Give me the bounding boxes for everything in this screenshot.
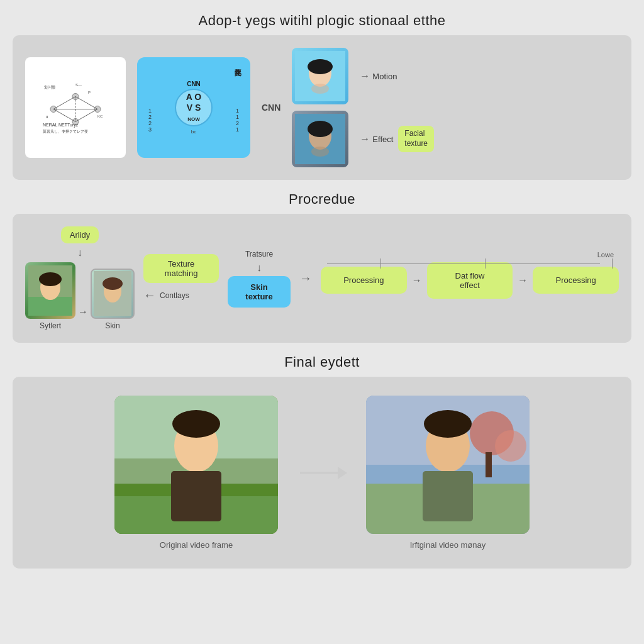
section1-title: Adop-t yegs witihl plogic stionaal etthe [199,13,446,28]
svg-text:划+颤: 划+颤 [44,85,55,89]
arrow-row-1: → Motion [360,48,434,104]
face-small-left [25,262,75,319]
svg-text:g: g [46,114,48,118]
face-placeholder-1 [292,48,348,104]
flow-arrow-1: → [412,275,422,286]
svg-line-7 [53,97,75,109]
sytlert-label: Sytlert [40,321,61,330]
svg-point-24 [311,147,329,157]
section2-panel: Arlidy ↓ Sytlert [13,214,631,343]
original-video-label: Original video frame [160,540,233,550]
big-right-arrow [297,460,347,486]
arrow-line-1: → Motion [360,70,397,82]
section3-title-wrapper: Final eydett [13,354,631,370]
svg-point-37 [172,410,220,438]
section2-title-wrapper: Procredue [13,191,631,208]
section3-panel: Original video frame [13,377,631,569]
down-arrow-1: ↓ [77,247,82,258]
processing-box-2: Processing [533,267,619,294]
neural-net-box: 划+颤 S— P g KC [25,57,126,158]
contlays-label: Contlays [160,291,189,300]
face-skin-img [91,269,135,319]
texture-matching-badge: Texture matching [143,254,219,283]
svg-point-31 [103,277,123,290]
svg-point-28 [39,272,62,286]
face-svg-1 [295,51,345,101]
face-box-2 [292,111,348,167]
cnn-top-label: CNN [187,80,201,87]
processing-flow: Lowe Processing → Dat flow effect → Proc… [321,258,619,299]
svg-point-23 [308,121,333,137]
big-arrow-svg [297,460,347,486]
svg-line-9 [53,109,75,122]
branch-1 [380,258,381,269]
face-svg-2 [295,114,345,164]
svg-text:KC: KC [97,114,103,118]
cnn-arrow-label: CNN [262,103,280,113]
face-small-svg [28,265,72,316]
left-flow-group: Arlidy ↓ Sytlert [25,226,135,330]
cnn-diagram-box: CNN 1223 A OV SNOW 1121 bc 文化趣年匯 [137,57,250,158]
arrow-sym-2: → [360,133,370,145]
section2-content: Arlidy ↓ Sytlert [25,226,619,330]
face-skin-row: Sytlert → Skin [25,262,135,330]
cnn-inner: CNN 1223 A OV SNOW 1121 bc [143,80,244,135]
section3-content: Original video frame [25,389,619,556]
tratsure-label: Tratsure [245,250,273,258]
face-skin-svg [94,271,131,316]
svg-point-48 [424,410,472,438]
svg-marker-40 [338,467,347,479]
original-video-svg [114,396,278,534]
cnn-right-numbers: 1121 [236,108,239,133]
section1-panel: 划+颤 S— P g KC [13,35,631,180]
down-arrow-tratsure: ↓ [257,262,262,274]
result-video-frame: Irftginal video mønay [366,396,530,550]
svg-rect-45 [486,452,492,477]
cnn-circle: A OV SNOW [175,89,213,126]
svg-point-44 [495,430,526,462]
tratsure-group: Tratsure ↓ Skin texture [228,250,291,308]
section1-title-wrapper: Adop-t yegs witihl plogic stionaal etthe [13,13,631,29]
dat-flow-box: Dat flow effect [427,262,513,299]
branch-3 [612,258,613,269]
flow-arrow-2: → [518,275,528,286]
face-box-1 [292,48,348,104]
left-double-arrow: ← [143,288,156,303]
skin-sublabel: Skin [105,321,119,330]
svg-text:S—: S— [75,83,82,87]
svg-point-20 [311,84,329,94]
svg-text:P: P [88,91,91,94]
face-column [292,48,348,167]
original-video-frame: Original video frame [114,396,278,550]
cnn-left-numbers: 1223 [148,108,152,133]
right-arrow-skin: → [78,306,88,318]
facial-texture-badge: Facial texture [398,126,434,152]
svg-rect-38 [171,471,221,521]
svg-line-8 [75,97,97,109]
face-placeholder-2 [292,111,348,167]
texture-match-group: Texture matching ← Contlays [143,254,219,303]
svg-text:NERAL NETTuryz: NERAL NETTuryz [43,123,79,128]
arrow-to-flow: → [299,271,312,286]
top-line [327,264,600,264]
original-video-image [114,396,278,534]
section1-content: 划+颤 S— P g KC [25,48,619,167]
section2-title: Procredue [289,191,355,207]
face-outer-group: Sytlert [25,262,75,330]
result-video-label: Irftginal video mønay [410,540,486,550]
result-video-image [366,396,530,534]
branch-2 [485,258,486,269]
arrow-line-2: → Effect [360,133,393,145]
arrow-row-2: → Effect Facial texture [360,111,434,167]
flow-boxes: Processing → Dat flow effect → Processin… [321,262,619,299]
arrows-outputs: → Motion → Effect Facial texture [360,48,434,167]
processing-box-1: Processing [321,267,407,294]
arrow-sym-1: → [360,70,370,82]
motion-label: Motion [372,72,397,81]
svg-rect-49 [423,471,473,521]
contlays-row: ← Contlays [143,288,219,303]
neural-net-svg: 划+颤 S— P g KC [41,79,110,136]
svg-point-19 [308,59,333,74]
svg-text:莫習凡し、专押クてレア变: 莫習凡し、专押クてレア变 [43,129,88,133]
skin-group: Skin [91,269,135,330]
